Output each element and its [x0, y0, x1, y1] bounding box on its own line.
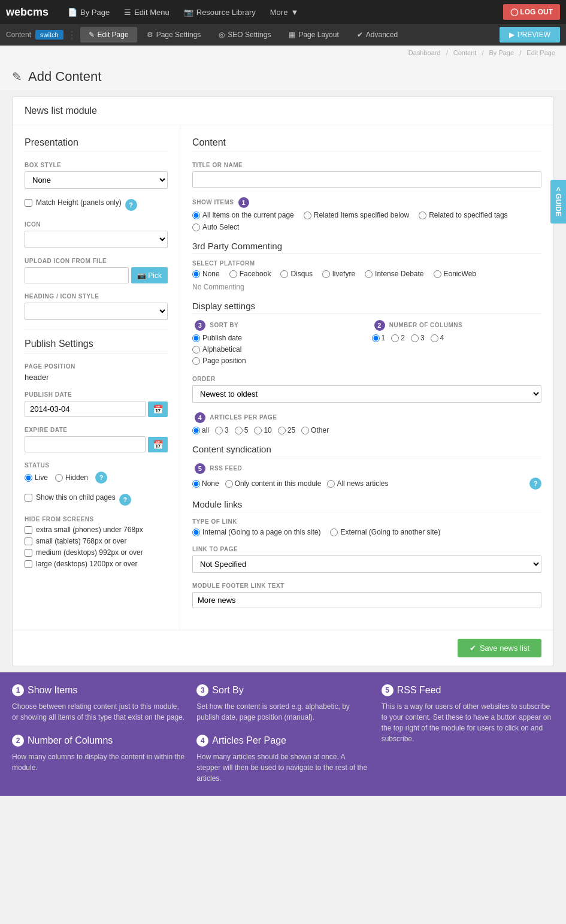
switch-button[interactable]: switch [35, 30, 63, 40]
col-4-radio[interactable] [431, 334, 438, 342]
publish-date-calendar-button[interactable]: 📅 [148, 401, 168, 417]
show-items-related-radio[interactable] [304, 212, 311, 219]
link-external-label[interactable]: External (Going to another site) [330, 528, 440, 536]
expire-date-calendar-button[interactable]: 📅 [148, 437, 168, 452]
col-1-radio[interactable] [372, 334, 380, 342]
status-hidden-label[interactable]: Hidden [55, 473, 88, 482]
help-grid: 1 Show Items Choose between relating con… [12, 684, 554, 784]
pick-button[interactable]: 📷 Pick [131, 267, 168, 283]
upload-icon-input[interactable] [25, 267, 129, 283]
sort-by-publish-radio[interactable] [192, 334, 200, 342]
show-items-all-label[interactable]: All items on the current page [192, 211, 294, 219]
show-child-pages-checkbox[interactable] [25, 494, 32, 502]
platform-eonicweb-label[interactable]: EonicWeb [434, 270, 476, 278]
rss-module-label[interactable]: Only content in this module [225, 479, 322, 488]
link-internal-label[interactable]: Internal (Going to a page on this site) [192, 528, 320, 536]
show-items-tags-label[interactable]: Related to specified tags [419, 211, 507, 219]
status-hidden-radio[interactable] [55, 474, 63, 482]
by-page-button[interactable]: 📄 By Page [60, 4, 117, 20]
match-height-help-icon[interactable]: ? [125, 199, 137, 211]
platform-intense-debate-radio[interactable] [365, 270, 373, 278]
art-10-radio[interactable] [254, 427, 262, 434]
heading-icon-style-select[interactable] [25, 303, 168, 320]
platform-intense-debate-label[interactable]: Intense Debate [365, 270, 423, 278]
sort-by-publish-label[interactable]: Publish date [192, 334, 362, 342]
edit-menu-button[interactable]: ☰ Edit Menu [117, 4, 177, 20]
rss-none-label[interactable]: None [192, 479, 219, 488]
art-3-label[interactable]: 3 [215, 426, 229, 434]
rss-all-radio[interactable] [327, 480, 335, 488]
match-height-checkbox[interactable] [25, 199, 32, 207]
rss-all-label[interactable]: All news articles [327, 479, 388, 488]
resource-library-button[interactable]: 📷 Resource Library [177, 4, 263, 20]
art-25-label[interactable]: 25 [278, 426, 295, 434]
sort-by-position-label[interactable]: Page position [192, 357, 362, 365]
col-1-label[interactable]: 1 [372, 334, 386, 342]
col-3-radio[interactable] [411, 334, 419, 342]
platform-eonicweb-radio[interactable] [434, 270, 441, 278]
art-all-radio[interactable] [192, 427, 200, 434]
sort-by-position-radio[interactable] [192, 357, 200, 365]
art-other-radio[interactable] [301, 427, 309, 434]
platform-none-label[interactable]: None [192, 270, 220, 278]
platform-facebook-label[interactable]: Facebook [229, 270, 271, 278]
tab-seo-settings[interactable]: ◎ SEO Settings [210, 27, 279, 43]
link-to-page-select[interactable]: Not Specified [192, 555, 541, 573]
tab-page-settings[interactable]: ⚙ Page Settings [138, 27, 210, 43]
tab-edit-page[interactable]: ✎ Edit Page [80, 27, 137, 43]
art-5-label[interactable]: 5 [235, 426, 249, 434]
show-items-tags-radio[interactable] [419, 212, 426, 219]
col-2-radio[interactable] [391, 334, 399, 342]
rss-none-radio[interactable] [192, 480, 200, 488]
status-live-radio[interactable] [25, 474, 32, 482]
type-of-link-radio-group: Internal (Going to a page on this site) … [192, 528, 541, 536]
show-child-pages-help-icon[interactable]: ? [119, 494, 131, 506]
box-style-select[interactable]: None Box 1 Box 2 [25, 171, 168, 189]
link-internal-radio[interactable] [192, 529, 200, 536]
show-items-related-label[interactable]: Related Items specified below [304, 211, 409, 219]
match-height-row: Match Height (panels only) [25, 198, 122, 207]
footer-link-text-input[interactable] [192, 592, 541, 608]
art-10-label[interactable]: 10 [254, 426, 271, 434]
hide-xs-checkbox[interactable] [25, 526, 32, 534]
log-out-button[interactable]: ◯ LOG OUT [503, 4, 560, 20]
art-25-radio[interactable] [278, 427, 286, 434]
col-2-label[interactable]: 2 [391, 334, 405, 342]
art-3-radio[interactable] [215, 427, 223, 434]
platform-livefyre-label[interactable]: livefyre [322, 270, 355, 278]
status-live-label[interactable]: Live [25, 473, 48, 482]
hide-md-checkbox[interactable] [25, 549, 32, 557]
show-items-auto-label[interactable]: Auto Select [192, 223, 239, 231]
art-5-radio[interactable] [235, 427, 243, 434]
order-select[interactable]: Newest to oldest Oldest to newest [192, 385, 541, 403]
title-or-name-input[interactable] [192, 171, 541, 188]
publish-date-input[interactable] [25, 401, 146, 417]
guide-tab[interactable]: < GUIDE [550, 180, 566, 224]
icon-select[interactable] [25, 231, 168, 248]
sort-by-alpha-radio[interactable] [192, 346, 200, 354]
show-items-all-radio[interactable] [192, 212, 200, 219]
save-news-list-button[interactable]: ✔ Save news list [458, 639, 541, 657]
art-other-label[interactable]: Other [301, 426, 329, 434]
platform-disqus-label[interactable]: Disqus [280, 270, 313, 278]
hide-lg-checkbox[interactable] [25, 560, 32, 568]
show-items-auto-radio[interactable] [192, 224, 200, 231]
rss-help-icon[interactable]: ? [529, 478, 541, 490]
col-3-label[interactable]: 3 [411, 334, 425, 342]
link-external-radio[interactable] [330, 529, 338, 536]
art-all-label[interactable]: all [192, 426, 209, 434]
expire-date-input[interactable] [25, 436, 146, 452]
platform-disqus-radio[interactable] [280, 270, 288, 278]
tab-page-layout[interactable]: ▦ Page Layout [280, 27, 347, 43]
status-help-icon[interactable]: ? [95, 472, 107, 484]
rss-module-radio[interactable] [225, 480, 233, 488]
more-button[interactable]: More ▼ [263, 4, 306, 20]
sort-by-alpha-label[interactable]: Alphabetical [192, 345, 362, 354]
platform-facebook-radio[interactable] [229, 270, 237, 278]
preview-button[interactable]: ▶ PREVIEW [500, 27, 560, 43]
col-4-label[interactable]: 4 [431, 334, 444, 342]
platform-livefyre-radio[interactable] [322, 270, 330, 278]
hide-sm-checkbox[interactable] [25, 538, 32, 545]
platform-none-radio[interactable] [192, 270, 200, 278]
tab-advanced[interactable]: ✔ Advanced [349, 27, 406, 43]
